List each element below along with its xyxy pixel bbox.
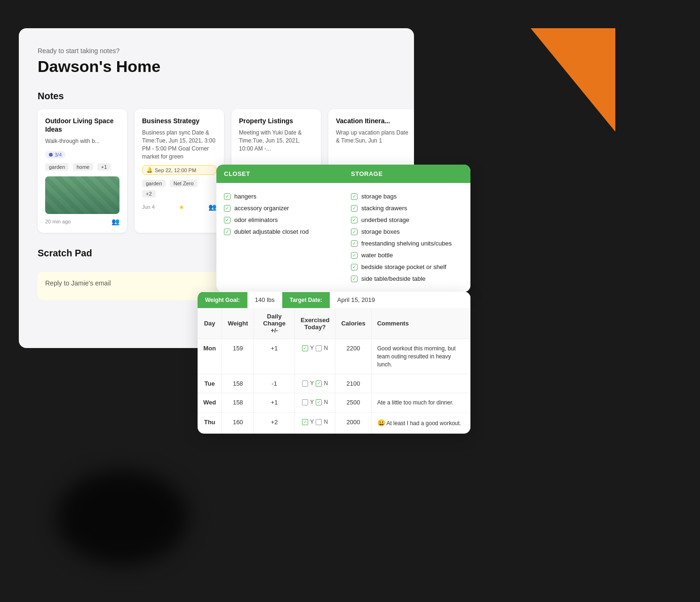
check-shelving[interactable] (351, 240, 358, 247)
exercise-cell-thu: ✓ Y N (301, 419, 329, 425)
check-stacking[interactable] (351, 205, 358, 212)
note-tags-outdoor: garden home +1 (45, 162, 119, 173)
note-card-outdoor[interactable]: Outdoor Living Space Ideas Walk-through … (38, 109, 127, 233)
col-calories: Calories (335, 308, 371, 339)
note-card-business[interactable]: Business Strategy Business plan sync Dat… (135, 109, 224, 233)
col-weight: Weight (222, 308, 254, 339)
closet-item-4: dublet adjustable closet rod (224, 226, 336, 238)
note-preview-property: Meeting with Yuki Date & Time:Tue, Jun 1… (239, 129, 313, 152)
weight-date-value: April 15, 2019 (330, 292, 382, 308)
weight-tue: 158 (222, 374, 254, 393)
check-n-tue[interactable]: ✓ (316, 380, 322, 387)
calories-mon: 2200 (335, 339, 371, 374)
check-odor[interactable] (224, 217, 231, 223)
label-y-thu: Y (310, 419, 314, 425)
exercised-tue: Y ✓ N (294, 374, 335, 393)
note-preview-business: Business plan sync Date & Time:Tue, Jun … (142, 129, 216, 160)
note-preview-outdoor: Walk-through with b... (45, 137, 119, 145)
tag-netzero: Net Zero (170, 180, 198, 187)
calories-thu: 2000 (335, 413, 371, 434)
day-tue: Tue (198, 374, 222, 393)
weight-mon: 159 (222, 339, 254, 374)
weight-goal-label: Weight Goal: (205, 297, 240, 303)
weight-goal-value: 140 lbs (247, 292, 282, 308)
reminder-badge-business: 🔔 Sep 22, 12:00 PM (142, 165, 216, 175)
label-y-wed: Y (310, 399, 314, 405)
note-tags-business: garden Net Zero +2 (142, 179, 216, 199)
note-time-business: Jun 4 (142, 204, 155, 210)
storage-item-5: freestanding shelving units/cubes (351, 238, 463, 249)
note-title-business: Business Strategy (142, 117, 216, 125)
table-row-thu: Thu 160 +2 ✓ Y N 2000 😀 At least I had a… (198, 413, 470, 434)
item-dublet: dublet adjustable closet rod (234, 228, 309, 235)
closet-item-2: accessory organizer (224, 202, 336, 214)
closet-col2-header: STORAGE (343, 165, 470, 183)
item-storage-bags: storage bags (361, 193, 397, 200)
item-underbed: underbed storage (361, 216, 409, 223)
badge-dot (49, 153, 53, 157)
label-n-mon: N (324, 345, 328, 351)
table-row-tue: Tue 158 -1 Y ✓ N 2100 (198, 374, 470, 393)
label-n-thu: N (324, 419, 328, 425)
day-thu: Thu (198, 413, 222, 434)
table-row-mon: Mon 159 +1 ✓ Y N 2200 Good workout this … (198, 339, 470, 374)
item-stacking: stacking drawers (361, 205, 407, 212)
check-y-wed[interactable] (302, 399, 308, 405)
label-y-mon: Y (310, 345, 314, 351)
table-row-wed: Wed 158 +1 Y ✓ N 2500 Ate a little too m… (198, 393, 470, 413)
item-odor: odor eliminators (234, 216, 278, 223)
check-storage-boxes[interactable] (351, 229, 358, 235)
label-n-tue: N (324, 380, 328, 387)
tag-garden-b: garden (142, 180, 166, 187)
weight-date-label: Target Date: (282, 292, 330, 308)
exercised-wed: Y ✓ N (294, 393, 335, 413)
check-y-thu[interactable]: ✓ (302, 419, 308, 425)
ready-text: Ready to start taking notes? (38, 47, 395, 55)
calories-wed: 2500 (335, 393, 371, 413)
check-underbed[interactable] (351, 217, 358, 223)
closet-item-1: hangers (224, 190, 336, 202)
check-n-mon[interactable] (316, 345, 322, 351)
check-water-bottle[interactable] (351, 252, 358, 259)
orange-triangle-decoration (531, 28, 615, 132)
change-wed: +1 (254, 393, 295, 413)
tag-home: home (73, 163, 94, 171)
weight-table: Day Weight Daily Change+/- ExercisedToda… (198, 308, 470, 434)
note-image-outdoor (45, 176, 119, 214)
star-icon-business: ★ (179, 204, 184, 211)
exercise-cell-wed: Y ✓ N (301, 399, 329, 405)
comment-thu: 😀 At least I had a good workout. (371, 413, 470, 434)
comment-tue (371, 374, 470, 393)
badge-count: 3/4 (55, 152, 62, 158)
closet-col1-header: CLOSET (216, 165, 343, 183)
check-y-mon[interactable]: ✓ (302, 345, 308, 351)
emoji-thu: 😀 (377, 419, 385, 427)
weight-wed: 158 (222, 393, 254, 413)
check-side-table[interactable] (351, 276, 358, 282)
people-icon-outdoor: 👥 (111, 218, 119, 225)
day-mon: Mon (198, 339, 222, 374)
item-hangers: hangers (234, 193, 256, 200)
closet-col2: storage bags stacking drawers underbed s… (343, 187, 470, 288)
check-y-tue[interactable] (302, 380, 308, 387)
item-shelving: freestanding shelving units/cubes (361, 240, 452, 247)
storage-item-7: bedside storage pocket or shelf (351, 261, 463, 273)
check-hangers[interactable] (224, 193, 231, 200)
closet-col1: hangers accessory organizer odor elimina… (216, 187, 343, 288)
calories-tue: 2100 (335, 374, 371, 393)
note-preview-vacation: Wrap up vacation plans Date & Time:Sun, … (336, 129, 410, 145)
storage-item-1: storage bags (351, 190, 463, 202)
check-n-wed[interactable]: ✓ (316, 399, 322, 405)
check-n-thu[interactable] (316, 419, 322, 425)
weight-panel: Weight Goal: 140 lbs Target Date: April … (198, 292, 470, 434)
check-bedside-pocket[interactable] (351, 264, 358, 270)
note-footer-outdoor: 20 min ago 👥 (45, 218, 119, 225)
check-storage-bags[interactable] (351, 193, 358, 200)
storage-item-4: storage boxes (351, 226, 463, 238)
storage-item-8: side table/bedside table (351, 273, 463, 285)
comment-wed: Ate a little too much for dinner. (371, 393, 470, 413)
storage-item-2: stacking drawers (351, 202, 463, 214)
check-accessory[interactable] (224, 205, 231, 212)
check-dublet[interactable] (224, 229, 231, 235)
storage-item-6: water bottle (351, 249, 463, 261)
